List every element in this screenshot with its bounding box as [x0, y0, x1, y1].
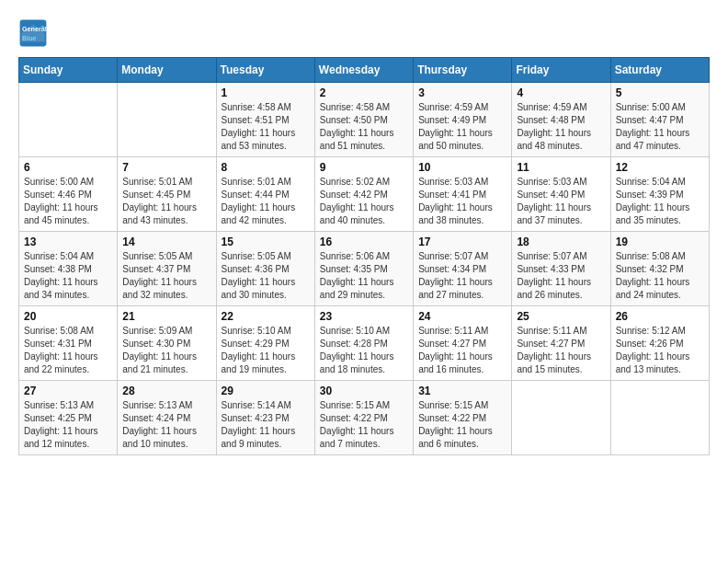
day-info: Sunrise: 5:15 AM Sunset: 4:22 PM Dayligh…	[418, 399, 506, 451]
day-number: 31	[418, 385, 506, 397]
day-header-monday: Monday	[118, 58, 216, 83]
day-info: Sunrise: 5:04 AM Sunset: 4:38 PM Dayligh…	[24, 250, 112, 302]
day-number: 30	[320, 385, 408, 397]
day-number: 4	[517, 86, 605, 99]
calendar-cell: 28Sunrise: 5:13 AM Sunset: 4:24 PM Dayli…	[118, 381, 216, 455]
logo: General Blue	[18, 18, 51, 48]
calendar-cell: 7Sunrise: 5:01 AM Sunset: 4:45 PM Daylig…	[118, 157, 216, 232]
calendar-week-5: 27Sunrise: 5:13 AM Sunset: 4:25 PM Dayli…	[19, 381, 710, 455]
calendar-cell: 19Sunrise: 5:08 AM Sunset: 4:32 PM Dayli…	[610, 232, 709, 306]
calendar-cell: 25Sunrise: 5:11 AM Sunset: 4:27 PM Dayli…	[512, 306, 610, 381]
day-number: 12	[616, 161, 704, 174]
day-info: Sunrise: 5:09 AM Sunset: 4:30 PM Dayligh…	[122, 325, 210, 376]
day-number: 13	[24, 236, 112, 248]
calendar-cell: 5Sunrise: 5:00 AM Sunset: 4:47 PM Daylig…	[610, 83, 709, 157]
calendar-cell: 12Sunrise: 5:04 AM Sunset: 4:39 PM Dayli…	[610, 157, 709, 232]
calendar-cell	[512, 381, 610, 455]
calendar-cell: 14Sunrise: 5:05 AM Sunset: 4:37 PM Dayli…	[118, 232, 216, 306]
calendar-cell: 24Sunrise: 5:11 AM Sunset: 4:27 PM Dayli…	[414, 306, 512, 381]
day-number: 26	[616, 310, 704, 323]
day-number: 19	[616, 236, 704, 248]
day-header-thursday: Thursday	[414, 58, 512, 83]
day-info: Sunrise: 5:08 AM Sunset: 4:32 PM Dayligh…	[616, 250, 704, 302]
day-header-sunday: Sunday	[19, 58, 118, 83]
calendar-cell: 18Sunrise: 5:07 AM Sunset: 4:33 PM Dayli…	[512, 232, 610, 306]
day-info: Sunrise: 5:01 AM Sunset: 4:44 PM Dayligh…	[222, 176, 310, 227]
day-number: 18	[517, 236, 605, 248]
day-header-saturday: Saturday	[610, 58, 709, 83]
calendar-week-2: 6Sunrise: 5:00 AM Sunset: 4:46 PM Daylig…	[19, 157, 710, 232]
calendar-cell: 26Sunrise: 5:12 AM Sunset: 4:26 PM Dayli…	[610, 306, 709, 381]
day-number: 2	[320, 86, 408, 99]
calendar-cell: 13Sunrise: 5:04 AM Sunset: 4:38 PM Dayli…	[19, 232, 118, 306]
calendar-week-1: 1Sunrise: 4:58 AM Sunset: 4:51 PM Daylig…	[19, 83, 710, 157]
day-number: 10	[418, 161, 506, 174]
day-number: 17	[418, 236, 506, 248]
day-info: Sunrise: 5:00 AM Sunset: 4:46 PM Dayligh…	[24, 176, 112, 227]
day-info: Sunrise: 5:07 AM Sunset: 4:33 PM Dayligh…	[517, 250, 605, 302]
calendar-cell: 31Sunrise: 5:15 AM Sunset: 4:22 PM Dayli…	[414, 381, 512, 455]
day-number: 24	[418, 310, 506, 323]
day-info: Sunrise: 5:03 AM Sunset: 4:40 PM Dayligh…	[517, 176, 605, 227]
calendar-week-3: 13Sunrise: 5:04 AM Sunset: 4:38 PM Dayli…	[19, 232, 710, 306]
calendar-cell: 8Sunrise: 5:01 AM Sunset: 4:44 PM Daylig…	[216, 157, 314, 232]
day-number: 28	[122, 385, 210, 397]
calendar-cell: 22Sunrise: 5:10 AM Sunset: 4:29 PM Dayli…	[216, 306, 314, 381]
day-number: 8	[222, 161, 310, 174]
day-info: Sunrise: 5:12 AM Sunset: 4:26 PM Dayligh…	[616, 325, 704, 376]
calendar-cell: 6Sunrise: 5:00 AM Sunset: 4:46 PM Daylig…	[19, 157, 118, 232]
calendar-cell: 3Sunrise: 4:59 AM Sunset: 4:49 PM Daylig…	[414, 83, 512, 157]
calendar-cell: 23Sunrise: 5:10 AM Sunset: 4:28 PM Dayli…	[314, 306, 413, 381]
day-info: Sunrise: 5:07 AM Sunset: 4:34 PM Dayligh…	[418, 250, 506, 302]
day-info: Sunrise: 4:59 AM Sunset: 4:49 PM Dayligh…	[418, 101, 506, 153]
calendar-table: SundayMondayTuesdayWednesdayThursdayFrid…	[18, 57, 710, 455]
day-info: Sunrise: 5:11 AM Sunset: 4:27 PM Dayligh…	[418, 325, 506, 376]
day-number: 9	[320, 161, 408, 174]
day-info: Sunrise: 5:05 AM Sunset: 4:37 PM Dayligh…	[122, 250, 210, 302]
calendar-cell	[19, 83, 118, 157]
calendar-cell: 4Sunrise: 4:59 AM Sunset: 4:48 PM Daylig…	[512, 83, 610, 157]
calendar-cell: 1Sunrise: 4:58 AM Sunset: 4:51 PM Daylig…	[216, 83, 314, 157]
day-info: Sunrise: 5:02 AM Sunset: 4:42 PM Dayligh…	[320, 176, 408, 227]
day-info: Sunrise: 4:59 AM Sunset: 4:48 PM Dayligh…	[517, 101, 605, 153]
day-number: 29	[222, 385, 310, 397]
calendar-cell: 9Sunrise: 5:02 AM Sunset: 4:42 PM Daylig…	[314, 157, 413, 232]
day-number: 1	[222, 86, 310, 99]
day-info: Sunrise: 5:14 AM Sunset: 4:23 PM Dayligh…	[222, 399, 310, 451]
day-number: 11	[517, 161, 605, 174]
calendar-cell: 11Sunrise: 5:03 AM Sunset: 4:40 PM Dayli…	[512, 157, 610, 232]
calendar-cell	[610, 381, 709, 455]
calendar-cell: 10Sunrise: 5:03 AM Sunset: 4:41 PM Dayli…	[414, 157, 512, 232]
day-header-tuesday: Tuesday	[216, 58, 314, 83]
day-number: 6	[24, 161, 112, 174]
calendar-cell: 15Sunrise: 5:05 AM Sunset: 4:36 PM Dayli…	[216, 232, 314, 306]
calendar-cell: 20Sunrise: 5:08 AM Sunset: 4:31 PM Dayli…	[19, 306, 118, 381]
day-info: Sunrise: 5:15 AM Sunset: 4:22 PM Dayligh…	[320, 399, 408, 451]
calendar-cell: 27Sunrise: 5:13 AM Sunset: 4:25 PM Dayli…	[19, 381, 118, 455]
day-number: 3	[418, 86, 506, 99]
calendar-header: SundayMondayTuesdayWednesdayThursdayFrid…	[19, 58, 710, 83]
calendar-cell: 21Sunrise: 5:09 AM Sunset: 4:30 PM Dayli…	[118, 306, 216, 381]
day-info: Sunrise: 5:06 AM Sunset: 4:35 PM Dayligh…	[320, 250, 408, 302]
calendar-cell: 2Sunrise: 4:58 AM Sunset: 4:50 PM Daylig…	[314, 83, 413, 157]
day-number: 23	[320, 310, 408, 323]
calendar-body: 1Sunrise: 4:58 AM Sunset: 4:51 PM Daylig…	[19, 83, 710, 455]
day-info: Sunrise: 5:04 AM Sunset: 4:39 PM Dayligh…	[616, 176, 704, 227]
day-info: Sunrise: 4:58 AM Sunset: 4:50 PM Dayligh…	[320, 101, 408, 153]
day-number: 21	[122, 310, 210, 323]
day-number: 16	[320, 236, 408, 248]
calendar-cell: 29Sunrise: 5:14 AM Sunset: 4:23 PM Dayli…	[216, 381, 314, 455]
calendar-cell: 16Sunrise: 5:06 AM Sunset: 4:35 PM Dayli…	[314, 232, 413, 306]
day-number: 14	[122, 236, 210, 248]
day-number: 7	[122, 161, 210, 174]
day-number: 27	[24, 385, 112, 397]
day-info: Sunrise: 5:10 AM Sunset: 4:29 PM Dayligh…	[222, 325, 310, 376]
day-number: 20	[24, 310, 112, 323]
day-info: Sunrise: 5:13 AM Sunset: 4:25 PM Dayligh…	[24, 399, 112, 451]
day-info: Sunrise: 5:00 AM Sunset: 4:47 PM Dayligh…	[616, 101, 704, 153]
calendar-cell: 30Sunrise: 5:15 AM Sunset: 4:22 PM Dayli…	[314, 381, 413, 455]
calendar-cell: 17Sunrise: 5:07 AM Sunset: 4:34 PM Dayli…	[414, 232, 512, 306]
day-header-wednesday: Wednesday	[314, 58, 413, 83]
calendar-week-4: 20Sunrise: 5:08 AM Sunset: 4:31 PM Dayli…	[19, 306, 710, 381]
day-header-friday: Friday	[512, 58, 610, 83]
